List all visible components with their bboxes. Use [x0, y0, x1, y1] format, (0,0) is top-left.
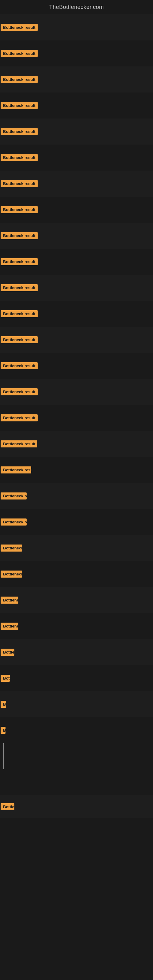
bottleneck-result-label: Bottleneck result: [1, 310, 38, 317]
header-area: TheBottlenecker.com: [0, 0, 153, 14]
list-item: Bottleneck result: [0, 301, 153, 327]
list-item: Bottleneck result: [0, 639, 153, 665]
bottleneck-result-label: Bottleneck result: [1, 24, 38, 31]
empty-row: [0, 923, 153, 948]
list-item: Bottleneck result: [0, 405, 153, 431]
list-item: Bottleneck result: [0, 327, 153, 353]
list-item: Bottleneck result: [0, 587, 153, 613]
empty-row: [0, 975, 153, 980]
list-item: Bottleneck result: [0, 119, 153, 145]
list-item: Bottleneck result: [0, 145, 153, 170]
bottleneck-result-label: Bottleneck result: [1, 232, 38, 239]
empty-row: [0, 870, 153, 896]
bottleneck-result-label: Bottleneck result: [1, 414, 38, 422]
bottleneck-result-label: Bottleneck result: [1, 623, 18, 630]
list-item: Bottleneck result: [0, 249, 153, 275]
bottleneck-result-label: Bottleneck result: [1, 154, 38, 161]
bottleneck-result-label: Bottleneck result: [1, 701, 6, 708]
list-item: Bottleneck result: [0, 561, 153, 587]
list-item: Bottleneck result: [0, 431, 153, 457]
bottleneck-result-label: Bottleneck result: [1, 571, 22, 578]
bottleneck-result-label: Bottleneck result: [1, 803, 14, 810]
bottleneck-result-label: Bottleneck result: [1, 544, 22, 552]
site-title: TheBottlenecker.com: [0, 2, 153, 13]
bottleneck-result-label: Bottleneck result: [1, 284, 38, 291]
empty-row: [0, 948, 153, 975]
bottleneck-result-label: Bottleneck result: [1, 675, 10, 682]
list-item: Bottleneck result: [0, 92, 153, 119]
list-item: Bottleneck result: [0, 14, 153, 40]
bottleneck-result-label: Bottleneck result: [1, 336, 38, 343]
bottleneck-result-label: Bottleneck result: [1, 519, 27, 525]
list-item: Bottleneck result: [0, 197, 153, 223]
list-item: Bottleneck result: [0, 717, 153, 743]
empty-row: [0, 818, 153, 844]
empty-row: [0, 896, 153, 923]
bottleneck-result-label: Bottleneck result: [1, 466, 31, 474]
list-item: Bottleneck result: [0, 691, 153, 717]
vertical-line-icon: [3, 743, 4, 769]
bottleneck-result-label: Bottleneck result: [1, 128, 38, 135]
list-item: Bottleneck result: [0, 40, 153, 67]
bottleneck-result-label: Bottleneck result: [1, 727, 5, 734]
bottleneck-result-label: Bottleneck result: [1, 206, 38, 213]
list-item: Bottleneck result: [0, 457, 153, 483]
empty-row: [0, 844, 153, 870]
list-item: Bottleneck result: [0, 613, 153, 639]
bottleneck-result-label: Bottleneck result: [1, 649, 14, 656]
list-item: Bottleneck result: [0, 379, 153, 405]
list-item: Bottleneck result: [0, 170, 153, 197]
bottleneck-result-label: Bottleneck result: [1, 492, 27, 500]
bottleneck-result-label: Bottleneck result: [1, 258, 38, 265]
bottleneck-result-label: Bottleneck result: [1, 441, 37, 447]
list-item: Bottleneck result: [0, 509, 153, 535]
list-item: Bottleneck result: [0, 665, 153, 691]
bottleneck-result-label: Bottleneck result: [1, 388, 38, 395]
list-item: Bottleneck result: [0, 275, 153, 301]
list-item: Bottleneck result: [0, 483, 153, 509]
bottleneck-result-label: Bottleneck result: [1, 597, 18, 604]
list-item: Bottleneck result: [0, 67, 153, 92]
list-item: Bottleneck result: [0, 535, 153, 561]
empty-row: [0, 769, 153, 795]
list-item: Bottleneck result: [0, 353, 153, 379]
bottleneck-result-label: Bottleneck result: [1, 180, 38, 187]
empty-row: [0, 743, 153, 769]
list-item: Bottleneck result: [0, 223, 153, 249]
bottleneck-result-label: Bottleneck result: [1, 102, 38, 109]
page-container: TheBottlenecker.com Bottleneck result Bo…: [0, 0, 153, 980]
bottleneck-result-label: Bottleneck result: [1, 50, 38, 57]
bottleneck-result-label: Bottleneck result: [1, 362, 38, 369]
list-item: Bottleneck result: [0, 795, 153, 818]
bottleneck-result-label: Bottleneck result: [1, 76, 38, 83]
